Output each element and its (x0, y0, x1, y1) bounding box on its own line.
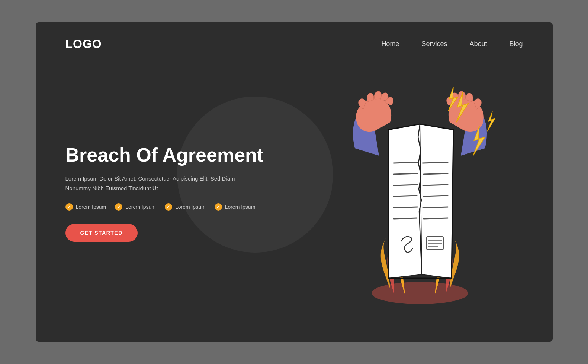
right-section (317, 81, 523, 304)
checklist-item-4: Lorem Ipsum (215, 203, 256, 211)
check-icon-2 (115, 203, 122, 211)
get-started-button[interactable]: GET STARTED (65, 224, 138, 242)
nav-links: Home Services About Blog (381, 40, 523, 48)
svg-point-0 (372, 282, 468, 304)
svg-line-9 (423, 185, 448, 185)
svg-line-8 (424, 173, 448, 174)
illustration-container (331, 81, 509, 304)
checklist-label-4: Lorem Ipsum (225, 204, 256, 210)
nav-link-home[interactable]: Home (381, 40, 399, 48)
checklist-label-2: Lorem Ipsum (125, 204, 156, 210)
checklist-item-2: Lorem Ipsum (115, 203, 156, 211)
svg-line-1 (394, 162, 418, 163)
main-content: Breach Of Agreement Lorem Ipsum Dolor Si… (36, 58, 553, 342)
checklist-label-3: Lorem Ipsum (175, 204, 206, 210)
nav-link-services[interactable]: Services (421, 40, 447, 48)
nav-link-blog[interactable]: Blog (509, 40, 523, 48)
checklist-item-3: Lorem Ipsum (165, 203, 206, 211)
nav-item-services[interactable]: Services (421, 40, 447, 48)
left-section: Breach Of Agreement Lorem Ipsum Dolor Si… (65, 143, 317, 242)
check-icon-1 (65, 203, 73, 211)
navbar: LOGO Home Services About Blog (36, 22, 553, 58)
svg-line-4 (394, 196, 417, 196)
svg-line-2 (394, 173, 417, 174)
logo: LOGO (65, 37, 102, 51)
svg-line-6 (394, 218, 417, 219)
check-icon-4 (215, 203, 222, 211)
hero-title: Breach Of Agreement (65, 143, 317, 166)
svg-line-12 (424, 218, 448, 219)
checklist: Lorem Ipsum Lorem Ipsum Lorem Ipsum Lore… (65, 203, 317, 211)
checklist-item-1: Lorem Ipsum (65, 203, 106, 211)
svg-line-11 (423, 207, 448, 208)
check-icon-3 (165, 203, 172, 211)
svg-marker-20 (487, 111, 495, 131)
nav-item-blog[interactable]: Blog (509, 40, 523, 48)
svg-line-3 (394, 185, 418, 185)
breach-illustration (331, 81, 509, 304)
hero-description: Lorem Ipsum Dolor Sit Amet, Consectetuer… (65, 174, 244, 193)
svg-line-5 (394, 207, 417, 208)
nav-item-home[interactable]: Home (381, 40, 399, 48)
checklist-label-1: Lorem Ipsum (76, 204, 106, 210)
svg-line-10 (424, 196, 448, 196)
svg-line-7 (423, 162, 448, 163)
nav-item-about[interactable]: About (469, 40, 487, 48)
page-wrapper: LOGO Home Services About Blog Breach Of … (36, 22, 553, 342)
nav-link-about[interactable]: About (469, 40, 487, 48)
